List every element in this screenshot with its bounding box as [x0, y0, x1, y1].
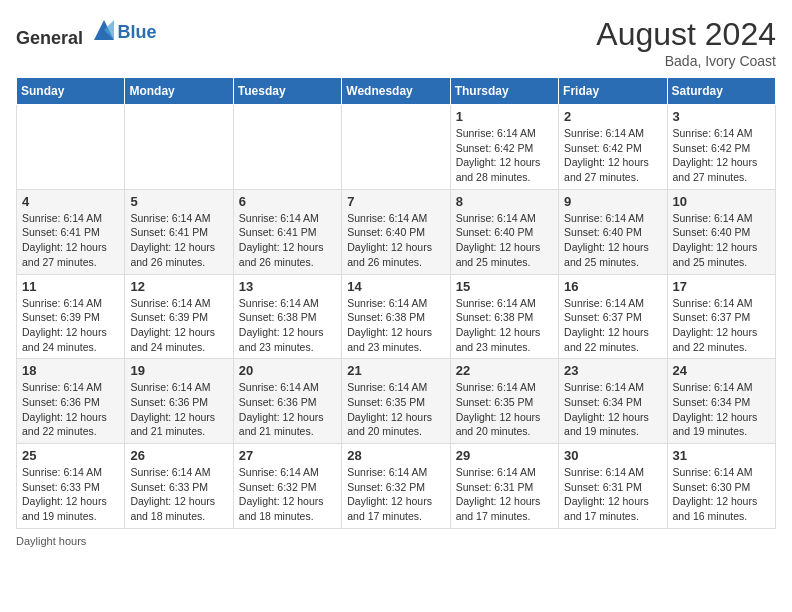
day-number: 13	[239, 279, 336, 294]
day-number: 7	[347, 194, 444, 209]
day-info: Sunrise: 6:14 AM Sunset: 6:30 PM Dayligh…	[673, 465, 770, 524]
location: Bada, Ivory Coast	[596, 53, 776, 69]
day-info: Sunrise: 6:14 AM Sunset: 6:32 PM Dayligh…	[239, 465, 336, 524]
calendar-cell: 6Sunrise: 6:14 AM Sunset: 6:41 PM Daylig…	[233, 189, 341, 274]
calendar-cell: 23Sunrise: 6:14 AM Sunset: 6:34 PM Dayli…	[559, 359, 667, 444]
calendar-cell: 15Sunrise: 6:14 AM Sunset: 6:38 PM Dayli…	[450, 274, 558, 359]
day-info: Sunrise: 6:14 AM Sunset: 6:41 PM Dayligh…	[239, 211, 336, 270]
day-info: Sunrise: 6:14 AM Sunset: 6:31 PM Dayligh…	[456, 465, 553, 524]
calendar-cell	[125, 105, 233, 190]
day-info: Sunrise: 6:14 AM Sunset: 6:42 PM Dayligh…	[673, 126, 770, 185]
day-number: 11	[22, 279, 119, 294]
day-number: 16	[564, 279, 661, 294]
calendar-cell: 25Sunrise: 6:14 AM Sunset: 6:33 PM Dayli…	[17, 444, 125, 529]
day-info: Sunrise: 6:14 AM Sunset: 6:41 PM Dayligh…	[22, 211, 119, 270]
day-info: Sunrise: 6:14 AM Sunset: 6:40 PM Dayligh…	[564, 211, 661, 270]
day-info: Sunrise: 6:14 AM Sunset: 6:40 PM Dayligh…	[673, 211, 770, 270]
calendar-cell: 12Sunrise: 6:14 AM Sunset: 6:39 PM Dayli…	[125, 274, 233, 359]
day-number: 24	[673, 363, 770, 378]
calendar-week-row: 11Sunrise: 6:14 AM Sunset: 6:39 PM Dayli…	[17, 274, 776, 359]
day-info: Sunrise: 6:14 AM Sunset: 6:33 PM Dayligh…	[130, 465, 227, 524]
day-info: Sunrise: 6:14 AM Sunset: 6:38 PM Dayligh…	[347, 296, 444, 355]
day-number: 28	[347, 448, 444, 463]
day-info: Sunrise: 6:14 AM Sunset: 6:32 PM Dayligh…	[347, 465, 444, 524]
column-header-sunday: Sunday	[17, 78, 125, 105]
day-number: 31	[673, 448, 770, 463]
logo-blue: Blue	[118, 22, 157, 42]
footer-note-text: Daylight hours	[16, 535, 86, 547]
day-number: 9	[564, 194, 661, 209]
calendar-cell: 13Sunrise: 6:14 AM Sunset: 6:38 PM Dayli…	[233, 274, 341, 359]
day-info: Sunrise: 6:14 AM Sunset: 6:41 PM Dayligh…	[130, 211, 227, 270]
calendar-cell: 21Sunrise: 6:14 AM Sunset: 6:35 PM Dayli…	[342, 359, 450, 444]
logo-general: General	[16, 28, 83, 48]
column-header-friday: Friday	[559, 78, 667, 105]
calendar-cell: 9Sunrise: 6:14 AM Sunset: 6:40 PM Daylig…	[559, 189, 667, 274]
day-info: Sunrise: 6:14 AM Sunset: 6:34 PM Dayligh…	[564, 380, 661, 439]
column-header-tuesday: Tuesday	[233, 78, 341, 105]
day-info: Sunrise: 6:14 AM Sunset: 6:37 PM Dayligh…	[673, 296, 770, 355]
month-year: August 2024	[596, 16, 776, 53]
calendar-cell: 28Sunrise: 6:14 AM Sunset: 6:32 PM Dayli…	[342, 444, 450, 529]
day-number: 17	[673, 279, 770, 294]
day-number: 23	[564, 363, 661, 378]
calendar-week-row: 4Sunrise: 6:14 AM Sunset: 6:41 PM Daylig…	[17, 189, 776, 274]
calendar-cell: 22Sunrise: 6:14 AM Sunset: 6:35 PM Dayli…	[450, 359, 558, 444]
calendar-cell: 18Sunrise: 6:14 AM Sunset: 6:36 PM Dayli…	[17, 359, 125, 444]
day-number: 6	[239, 194, 336, 209]
day-info: Sunrise: 6:14 AM Sunset: 6:38 PM Dayligh…	[456, 296, 553, 355]
day-info: Sunrise: 6:14 AM Sunset: 6:40 PM Dayligh…	[347, 211, 444, 270]
day-info: Sunrise: 6:14 AM Sunset: 6:34 PM Dayligh…	[673, 380, 770, 439]
day-number: 21	[347, 363, 444, 378]
day-number: 3	[673, 109, 770, 124]
day-number: 19	[130, 363, 227, 378]
day-number: 29	[456, 448, 553, 463]
calendar-cell: 20Sunrise: 6:14 AM Sunset: 6:36 PM Dayli…	[233, 359, 341, 444]
page-header: General Blue August 2024 Bada, Ivory Coa…	[16, 16, 776, 69]
calendar-cell: 31Sunrise: 6:14 AM Sunset: 6:30 PM Dayli…	[667, 444, 775, 529]
calendar-cell	[342, 105, 450, 190]
day-number: 1	[456, 109, 553, 124]
column-header-monday: Monday	[125, 78, 233, 105]
day-number: 27	[239, 448, 336, 463]
calendar-cell: 11Sunrise: 6:14 AM Sunset: 6:39 PM Dayli…	[17, 274, 125, 359]
day-info: Sunrise: 6:14 AM Sunset: 6:37 PM Dayligh…	[564, 296, 661, 355]
calendar-header-row: SundayMondayTuesdayWednesdayThursdayFrid…	[17, 78, 776, 105]
logo-icon	[90, 16, 118, 44]
day-info: Sunrise: 6:14 AM Sunset: 6:39 PM Dayligh…	[22, 296, 119, 355]
day-info: Sunrise: 6:14 AM Sunset: 6:33 PM Dayligh…	[22, 465, 119, 524]
column-header-wednesday: Wednesday	[342, 78, 450, 105]
logo: General Blue	[16, 16, 157, 49]
calendar-table: SundayMondayTuesdayWednesdayThursdayFrid…	[16, 77, 776, 529]
calendar-cell	[17, 105, 125, 190]
day-number: 4	[22, 194, 119, 209]
day-info: Sunrise: 6:14 AM Sunset: 6:31 PM Dayligh…	[564, 465, 661, 524]
day-info: Sunrise: 6:14 AM Sunset: 6:39 PM Dayligh…	[130, 296, 227, 355]
calendar-cell: 17Sunrise: 6:14 AM Sunset: 6:37 PM Dayli…	[667, 274, 775, 359]
calendar-cell: 16Sunrise: 6:14 AM Sunset: 6:37 PM Dayli…	[559, 274, 667, 359]
column-header-thursday: Thursday	[450, 78, 558, 105]
day-number: 5	[130, 194, 227, 209]
title-block: August 2024 Bada, Ivory Coast	[596, 16, 776, 69]
day-info: Sunrise: 6:14 AM Sunset: 6:36 PM Dayligh…	[239, 380, 336, 439]
calendar-cell: 30Sunrise: 6:14 AM Sunset: 6:31 PM Dayli…	[559, 444, 667, 529]
column-header-saturday: Saturday	[667, 78, 775, 105]
calendar-cell	[233, 105, 341, 190]
calendar-cell: 24Sunrise: 6:14 AM Sunset: 6:34 PM Dayli…	[667, 359, 775, 444]
calendar-cell: 3Sunrise: 6:14 AM Sunset: 6:42 PM Daylig…	[667, 105, 775, 190]
calendar-cell: 2Sunrise: 6:14 AM Sunset: 6:42 PM Daylig…	[559, 105, 667, 190]
day-number: 10	[673, 194, 770, 209]
day-number: 2	[564, 109, 661, 124]
calendar-week-row: 25Sunrise: 6:14 AM Sunset: 6:33 PM Dayli…	[17, 444, 776, 529]
calendar-cell: 1Sunrise: 6:14 AM Sunset: 6:42 PM Daylig…	[450, 105, 558, 190]
calendar-cell: 26Sunrise: 6:14 AM Sunset: 6:33 PM Dayli…	[125, 444, 233, 529]
day-info: Sunrise: 6:14 AM Sunset: 6:35 PM Dayligh…	[456, 380, 553, 439]
calendar-cell: 27Sunrise: 6:14 AM Sunset: 6:32 PM Dayli…	[233, 444, 341, 529]
calendar-cell: 7Sunrise: 6:14 AM Sunset: 6:40 PM Daylig…	[342, 189, 450, 274]
day-number: 15	[456, 279, 553, 294]
calendar-cell: 4Sunrise: 6:14 AM Sunset: 6:41 PM Daylig…	[17, 189, 125, 274]
day-info: Sunrise: 6:14 AM Sunset: 6:42 PM Dayligh…	[564, 126, 661, 185]
day-number: 8	[456, 194, 553, 209]
calendar-cell: 8Sunrise: 6:14 AM Sunset: 6:40 PM Daylig…	[450, 189, 558, 274]
day-info: Sunrise: 6:14 AM Sunset: 6:40 PM Dayligh…	[456, 211, 553, 270]
